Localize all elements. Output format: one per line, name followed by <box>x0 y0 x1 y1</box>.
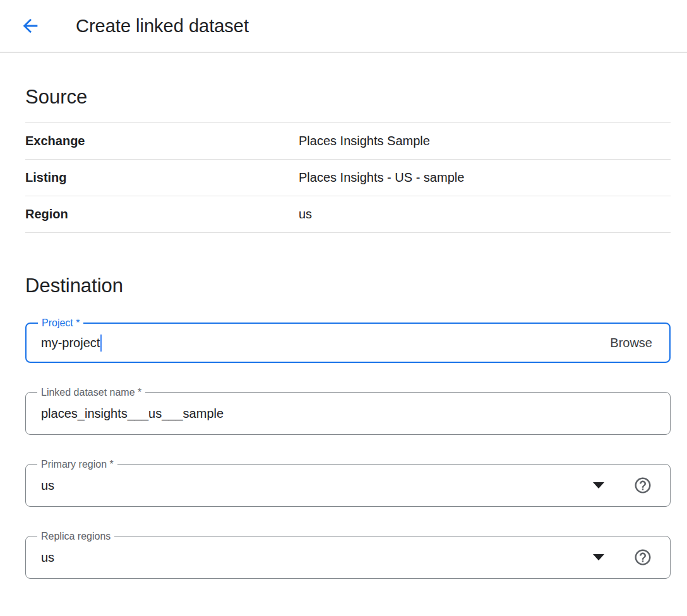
dataset-name-input[interactable]: places_insights___us___sample <box>41 406 652 421</box>
exchange-label: Exchange <box>25 134 299 148</box>
source-heading: Source <box>25 86 671 109</box>
project-input[interactable]: my-project <box>41 335 610 352</box>
chevron-down-icon <box>593 554 604 560</box>
primary-region-field[interactable]: Primary region * us <box>25 464 671 507</box>
text-cursor <box>100 335 102 352</box>
listing-value: Places Insights - US - sample <box>299 170 464 185</box>
back-button[interactable] <box>19 15 42 37</box>
primary-region-value-text: us <box>41 478 54 493</box>
project-field-label: Project * <box>38 317 83 329</box>
primary-region-selected-value: us <box>41 478 593 493</box>
table-row-region: Region us <box>25 196 671 232</box>
primary-region-field-label: Primary region * <box>37 458 117 471</box>
browse-button[interactable]: Browse <box>610 336 652 350</box>
project-input-value: my-project <box>41 336 100 350</box>
table-row-listing: Listing Places Insights - US - sample <box>25 159 671 196</box>
listing-label: Listing <box>25 170 299 185</box>
project-field: Project * my-project Browse <box>25 323 671 363</box>
region-value: us <box>299 207 312 222</box>
replica-regions-value-text: us <box>41 550 54 565</box>
region-label: Region <box>25 207 299 222</box>
help-circle-icon <box>633 548 652 567</box>
dataset-name-field: Linked dataset name * places_insights___… <box>25 392 671 435</box>
chevron-down-icon <box>593 482 604 489</box>
primary-region-help-button[interactable] <box>633 476 652 495</box>
replica-regions-selected-value: us <box>41 550 593 565</box>
help-circle-icon <box>633 476 652 495</box>
destination-section: Destination Project * my-project Browse … <box>25 275 671 579</box>
page-header: Create linked dataset <box>0 0 687 53</box>
source-table: Exchange Places Insights Sample Listing … <box>25 122 671 233</box>
exchange-value: Places Insights Sample <box>299 134 430 148</box>
page-title: Create linked dataset <box>76 16 249 37</box>
main-content: Source Exchange Places Insights Sample L… <box>0 86 687 579</box>
dataset-name-input-value: places_insights___us___sample <box>41 406 224 421</box>
replica-regions-help-button[interactable] <box>633 548 652 567</box>
source-section: Source Exchange Places Insights Sample L… <box>25 86 671 233</box>
arrow-left-icon <box>20 15 41 37</box>
destination-heading: Destination <box>25 275 671 297</box>
dataset-name-field-label: Linked dataset name * <box>37 386 145 399</box>
replica-regions-field[interactable]: Replica regions us <box>25 536 671 579</box>
table-row-exchange: Exchange Places Insights Sample <box>25 122 671 159</box>
replica-regions-field-label: Replica regions <box>37 530 114 543</box>
